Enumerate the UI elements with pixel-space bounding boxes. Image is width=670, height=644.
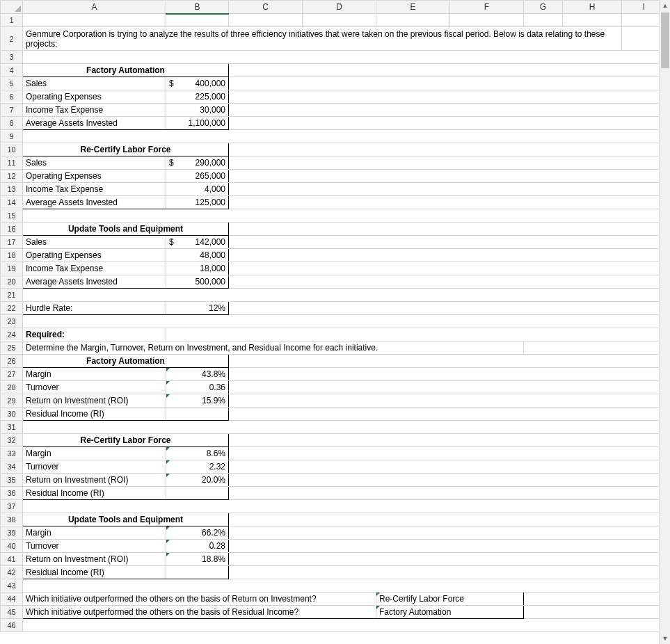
row-header[interactable]: 36	[1, 487, 23, 500]
row-header[interactable]: 16	[1, 223, 23, 236]
row-header[interactable]: 18	[1, 249, 23, 262]
cell[interactable]: 30,000	[166, 104, 229, 117]
row-header[interactable]: 8	[1, 117, 23, 130]
cell[interactable]	[229, 513, 667, 526]
row-header[interactable]: 22	[1, 302, 23, 315]
cell[interactable]	[166, 14, 229, 27]
cell[interactable]	[23, 619, 667, 632]
row-header[interactable]: 13	[1, 183, 23, 196]
cell[interactable]	[23, 130, 667, 143]
row-header[interactable]: 34	[1, 460, 23, 474]
results2-header[interactable]: Re-Certify Labor Force	[23, 434, 229, 447]
cell[interactable]	[524, 593, 667, 606]
cell[interactable]	[229, 90, 667, 104]
cell[interactable]: Operating Expenses	[23, 249, 166, 262]
cell[interactable]	[524, 606, 667, 619]
cell[interactable]: 265,000	[166, 170, 229, 183]
cell[interactable]	[23, 579, 667, 593]
cell[interactable]	[229, 236, 667, 249]
cell[interactable]: Residual Income (RI)	[23, 487, 166, 500]
vertical-scrollbar[interactable]: ▲ ▼	[659, 0, 670, 644]
row-header[interactable]: 38	[1, 513, 23, 526]
hurdle-value-cell[interactable]: 12%	[166, 302, 229, 315]
required-label-cell[interactable]: Required:	[23, 328, 166, 341]
cell[interactable]	[229, 460, 667, 474]
row-header[interactable]: 1	[1, 14, 23, 27]
cell[interactable]	[450, 14, 524, 27]
scroll-down-button[interactable]: ▼	[660, 633, 670, 644]
row-header[interactable]: 23	[1, 315, 23, 328]
cell[interactable]	[229, 368, 667, 381]
row-header[interactable]: 27	[1, 368, 23, 381]
intro-text-cell[interactable]: Genmure Corporation is trying to analyze…	[23, 27, 622, 51]
cell[interactable]: Return on Investment (ROI)	[23, 474, 166, 487]
cell[interactable]: 2.32	[166, 460, 229, 474]
cell[interactable]: $290,000	[166, 156, 229, 170]
row-header[interactable]: 37	[1, 500, 23, 513]
cell[interactable]: Income Tax Expense	[23, 262, 166, 275]
cell[interactable]: Return on Investment (ROI)	[23, 553, 166, 566]
row-header[interactable]: 14	[1, 196, 23, 209]
row-header[interactable]: 17	[1, 236, 23, 249]
cell[interactable]	[229, 249, 667, 262]
cell[interactable]	[563, 14, 622, 27]
cell[interactable]	[229, 143, 667, 156]
row-header[interactable]: 39	[1, 526, 23, 540]
cell[interactable]	[229, 474, 667, 487]
row-header[interactable]: 29	[1, 394, 23, 408]
cell[interactable]	[229, 262, 667, 275]
cell[interactable]	[229, 381, 667, 394]
cell[interactable]: 1,100,000	[166, 117, 229, 130]
cell[interactable]: $142,000	[166, 236, 229, 249]
cell[interactable]	[229, 223, 667, 236]
question1-cell[interactable]: Which initiative outperformed the others…	[23, 593, 376, 606]
row-header[interactable]: 19	[1, 262, 23, 275]
cell[interactable]	[229, 408, 667, 421]
cell[interactable]	[229, 196, 667, 209]
cell[interactable]	[229, 487, 667, 500]
section1-header[interactable]: Factory Automation	[23, 64, 229, 77]
row-header[interactable]: 15	[1, 209, 23, 223]
cell[interactable]	[23, 51, 667, 64]
cell[interactable]: Residual Income (RI)	[23, 408, 166, 421]
cell[interactable]	[229, 355, 667, 368]
column-header-row[interactable]: A B C D E F G H I	[1, 1, 667, 14]
cell[interactable]	[229, 394, 667, 408]
row-header[interactable]: 3	[1, 51, 23, 64]
cell[interactable]: 0.28	[166, 540, 229, 553]
cell[interactable]	[229, 117, 667, 130]
row-header[interactable]: 40	[1, 540, 23, 553]
cell[interactable]: 66.2%	[166, 526, 229, 540]
cell[interactable]: 125,000	[166, 196, 229, 209]
cell[interactable]	[229, 156, 667, 170]
row-header[interactable]: 6	[1, 90, 23, 104]
cell[interactable]	[23, 14, 166, 27]
cell[interactable]: Turnover	[23, 460, 166, 474]
cell[interactable]: Average Assets Invested	[23, 196, 166, 209]
cell[interactable]: 43.8%	[166, 368, 229, 381]
cell[interactable]	[23, 315, 667, 328]
cell[interactable]	[229, 64, 667, 77]
row-header[interactable]: 43	[1, 579, 23, 593]
cell[interactable]: 500,000	[166, 275, 229, 289]
row-header[interactable]: 35	[1, 474, 23, 487]
cell[interactable]	[229, 447, 667, 460]
cell[interactable]	[229, 566, 667, 579]
cell[interactable]	[229, 540, 667, 553]
row-header[interactable]: 25	[1, 341, 23, 355]
cell[interactable]: 0.36	[166, 381, 229, 394]
spreadsheet-grid[interactable]: A B C D E F G H I 1 2 Genmure Corporatio…	[0, 0, 667, 632]
row-header[interactable]: 28	[1, 381, 23, 394]
cell[interactable]: Sales	[23, 156, 166, 170]
cell[interactable]	[166, 487, 229, 500]
cell[interactable]	[166, 328, 667, 341]
cell[interactable]: 15.9%	[166, 394, 229, 408]
answer1-cell[interactable]: Re-Certify Labor Force	[376, 593, 524, 606]
cell[interactable]	[524, 14, 563, 27]
cell[interactable]: Margin	[23, 447, 166, 460]
row-header[interactable]: 31	[1, 421, 23, 434]
cell[interactable]: Turnover	[23, 381, 166, 394]
cell[interactable]	[229, 526, 667, 540]
row-header[interactable]: 7	[1, 104, 23, 117]
cell[interactable]: Margin	[23, 526, 166, 540]
